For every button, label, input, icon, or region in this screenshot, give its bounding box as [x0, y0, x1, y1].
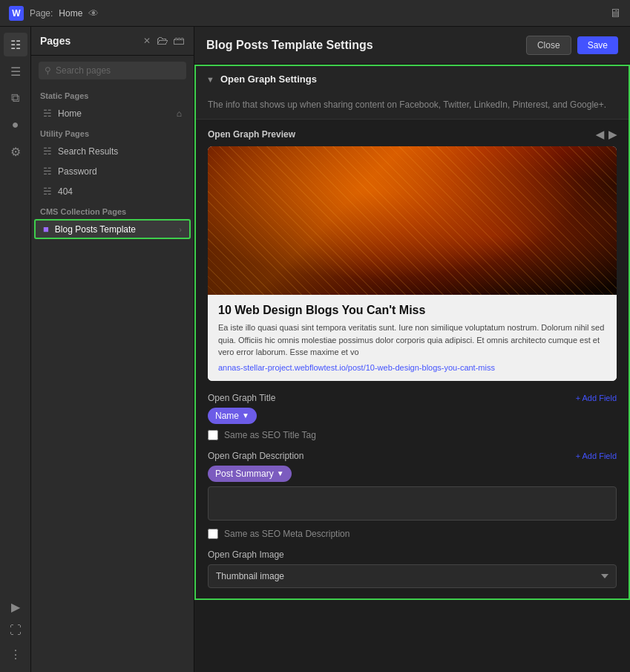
og-preview-body: 10 Web Design Blogs You Can't Miss Ea is…: [208, 295, 617, 381]
sidebar-item-text-blog: Blog Posts Template: [55, 224, 173, 235]
panel-header: Blog Posts Template Settings Close Save: [194, 27, 630, 65]
assets-icon[interactable]: ●: [4, 113, 27, 137]
og-title-checkbox-label: Same as SEO Title Tag: [224, 430, 316, 440]
webflow-logo: W: [9, 6, 24, 21]
save-button[interactable]: Save: [577, 36, 618, 54]
collection-page-icon: ■: [43, 224, 49, 235]
og-settings-section: Open Graph Title + Add Field Name ▼ Same…: [196, 393, 629, 588]
og-preview-card: 10 Web Design Blogs You Can't Miss Ea is…: [208, 146, 617, 381]
og-next-icon[interactable]: ▶: [608, 128, 617, 140]
sidebar-item-text-home: Home: [58, 108, 171, 119]
og-title-pill[interactable]: Name ▼: [208, 408, 257, 424]
sidebar-item-home[interactable]: ☵ Home ⌂: [34, 103, 191, 123]
utility-pages-label: Utility Pages: [31, 123, 194, 141]
og-desc-pill[interactable]: Post Summary ▼: [208, 466, 292, 482]
og-title-add-field[interactable]: + Add Field: [576, 394, 617, 402]
sidebar-icons: 🗁 🗃: [157, 34, 185, 48]
close-button[interactable]: Close: [526, 36, 571, 55]
og-desc-label: Open Graph Description + Add Field: [208, 451, 617, 461]
sidebar-title: Pages: [40, 35, 137, 47]
page-name: Home: [59, 8, 82, 19]
add-folder-icon[interactable]: 🗁: [157, 34, 168, 48]
sidebar-item-text-404: 404: [58, 186, 182, 197]
sidebar: Pages ✕ 🗁 🗃 ⚲ Static Pages ☵ Home ⌂ Util…: [31, 27, 194, 672]
eye-icon[interactable]: 👁: [88, 7, 99, 19]
home-icon: ⌂: [177, 108, 182, 119]
og-section-title: Open Graph Settings: [220, 74, 317, 85]
add-page-icon[interactable]: 🗃: [173, 34, 185, 48]
static-pages-label: Static Pages: [31, 85, 194, 103]
og-preview-text: Open Graph Preview: [208, 129, 295, 140]
og-title-checkbox-row: Same as SEO Title Tag: [208, 430, 617, 440]
og-desc-field: Open Graph Description + Add Field Post …: [208, 451, 617, 539]
panel-body: ▼ Open Graph Settings The info that show…: [194, 65, 630, 672]
og-desc-add-field[interactable]: + Add Field: [576, 451, 617, 460]
top-bar: W Page: Home 👁 🖥: [0, 0, 630, 27]
crop-icon[interactable]: ⛶: [4, 619, 27, 642]
page-icon-search: ☵: [43, 146, 52, 157]
og-preview-label: Open Graph Preview ◀ ▶: [196, 120, 629, 146]
og-title-field: Open Graph Title + Add Field Name ▼ Same…: [208, 393, 617, 440]
sidebar-close-icon[interactable]: ✕: [143, 36, 151, 46]
og-desc-pill-arrow: ▼: [277, 469, 284, 477]
og-blog-title: 10 Web Design Blogs You Can't Miss: [218, 304, 606, 317]
page-label: Page:: [30, 8, 53, 19]
og-collapse-icon: ▼: [206, 75, 214, 84]
search-box[interactable]: ⚲: [39, 62, 186, 79]
og-section-header[interactable]: ▼ Open Graph Settings: [196, 66, 629, 92]
sidebar-item-404[interactable]: ☵ 404: [34, 181, 191, 201]
sidebar-item-text-password: Password: [58, 166, 182, 177]
components-icon[interactable]: ⧉: [4, 86, 27, 110]
og-preview-arrows: ◀ ▶: [596, 128, 617, 140]
sidebar-item-text-search: Search Results: [58, 146, 182, 157]
og-desc-checkbox-label: Same as SEO Meta Description: [224, 529, 350, 539]
page-icon: ☵: [43, 108, 52, 119]
og-preview-image: [208, 146, 617, 295]
og-desc-checkbox[interactable]: [208, 529, 218, 539]
og-preview-description: Ea iste illo quasi quasi sint tempora ve…: [218, 322, 606, 359]
layers-icon[interactable]: ☰: [4, 59, 27, 83]
og-image-select-wrapper: Thumbnail image Featured Image Custom: [208, 564, 617, 588]
grid-icon[interactable]: ⋮: [4, 642, 27, 666]
icon-bar-bottom: ▶ ⛶ ⋮: [4, 595, 27, 672]
main-content: Blog Posts Template Settings Close Save …: [194, 27, 630, 672]
og-title-pill-arrow: ▼: [242, 411, 249, 420]
page-icon-404: ☵: [43, 186, 52, 197]
cms-pages-label: CMS Collection Pages: [31, 201, 194, 219]
search-input[interactable]: [56, 65, 180, 76]
sidebar-item-blog-posts[interactable]: ■ Blog Posts Template ›: [34, 219, 191, 239]
sidebar-item-search-results[interactable]: ☵ Search Results: [34, 141, 191, 161]
og-desc-label-text: Open Graph Description: [208, 451, 303, 461]
monitor-icon-wrapper: 🖥: [609, 7, 621, 20]
og-description: The info that shows up when sharing cont…: [196, 92, 629, 120]
sidebar-header: Pages ✕ 🗁 🗃: [31, 27, 194, 56]
search-icon: ⚲: [45, 65, 51, 76]
og-section: ▼ Open Graph Settings The info that show…: [194, 65, 630, 600]
og-image-label: Open Graph Image: [208, 549, 617, 560]
og-prev-icon[interactable]: ◀: [596, 128, 604, 140]
og-preview-url: annas-stellar-project.webflowtest.io/pos…: [218, 363, 606, 372]
panel-title: Blog Posts Template Settings: [206, 39, 526, 52]
og-desc-checkbox-row: Same as SEO Meta Description: [208, 529, 617, 539]
og-image-field: Open Graph Image Thumbnail image Feature…: [208, 549, 617, 588]
og-title-pill-label: Name: [215, 411, 239, 421]
cursor-icon[interactable]: ▶: [4, 595, 27, 619]
chevron-right-icon: ›: [179, 225, 182, 234]
settings-icon[interactable]: ⚙: [4, 140, 27, 163]
main-area: ☷ ☰ ⧉ ● ⚙ ▶ ⛶ ⋮ Pages ✕ 🗁 🗃 ⚲ Static Pag…: [0, 27, 630, 672]
monitor-icon: 🖥: [609, 7, 621, 19]
og-image-label-text: Open Graph Image: [208, 549, 284, 560]
og-image-select[interactable]: Thumbnail image Featured Image Custom: [208, 564, 617, 588]
og-title-label: Open Graph Title + Add Field: [208, 393, 617, 403]
og-title-checkbox[interactable]: [208, 430, 218, 440]
pages-icon[interactable]: ☷: [4, 33, 27, 56]
og-desc-textarea[interactable]: [208, 486, 617, 521]
page-icon-password: ☵: [43, 166, 52, 177]
og-desc-pill-label: Post Summary: [215, 469, 274, 479]
sidebar-item-password[interactable]: ☵ Password: [34, 161, 191, 181]
icon-bar: ☷ ☰ ⧉ ● ⚙ ▶ ⛶ ⋮: [0, 27, 31, 672]
og-title-label-text: Open Graph Title: [208, 393, 275, 403]
